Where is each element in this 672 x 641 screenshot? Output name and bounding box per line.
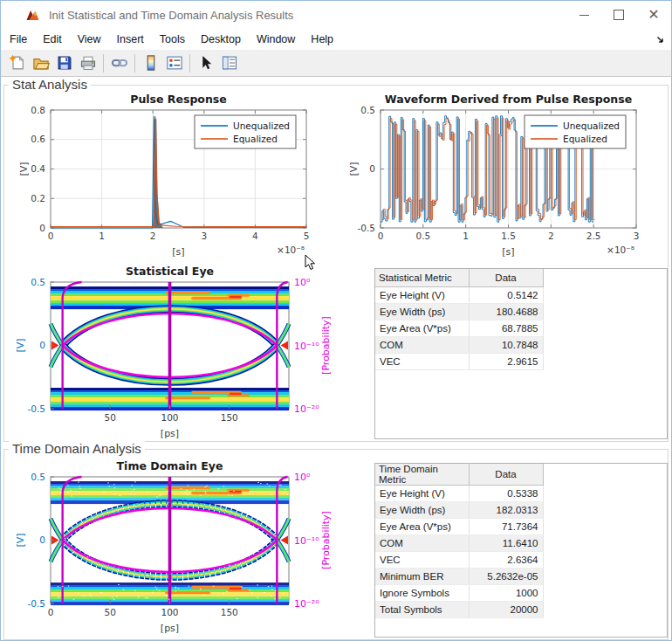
data-column-header[interactable]: Data [469,464,543,486]
svg-text:0: 0 [39,223,45,233]
svg-text:0.6: 0.6 [31,134,45,144]
metric-value-cell[interactable]: 20000 [469,602,543,618]
edit-plot-button[interactable] [194,52,217,74]
metric-value-cell[interactable]: 182.0313 [469,502,543,519]
menu-help[interactable]: Help [303,33,341,45]
window-title: Init Statistical and Time Domain Analysi… [49,9,293,22]
metric-name-cell[interactable]: Eye Height (V) [375,287,469,304]
svg-text:-0.5: -0.5 [28,403,46,414]
metric-name-cell[interactable]: Eye Height (V) [375,486,469,502]
menu-edit[interactable]: Edit [35,33,70,45]
menu-view[interactable]: View [70,33,109,45]
metric-value-cell[interactable]: 71.7364 [469,519,543,535]
svg-text:150: 150 [221,607,238,617]
metric-name-cell[interactable]: Minimum BER [375,569,469,585]
menu-file[interactable]: File [1,33,35,45]
statistical-metric-table[interactable]: Statistical MetricDataEye Height (V)0.51… [374,268,668,439]
svg-text:Pulse Response: Pulse Response [130,93,227,106]
save-icon [56,54,73,72]
toolbar-separator [134,54,135,72]
maximize-button[interactable] [601,1,636,29]
metric-name-cell[interactable]: Eye Area (V*ps) [375,320,469,337]
menu-tools[interactable]: Tools [152,33,193,45]
stat-analysis-title: Stat Analysis [9,77,91,92]
table-row: Eye Area (V*ps)71.7364 [375,519,543,535]
metric-name-cell[interactable]: VEC [375,354,469,370]
table-row: Eye Height (V)0.5338 [375,486,543,502]
property-inspector-icon [221,54,238,72]
menu-desktop[interactable]: Desktop [193,33,249,45]
new-figure-icon [9,54,26,72]
svg-text:1.5: 1.5 [501,231,516,241]
metric-value-cell[interactable]: 10.7848 [469,337,543,354]
metric-value-cell[interactable]: 180.4688 [469,304,543,320]
metric-value-cell[interactable]: 1000 [469,585,543,602]
svg-text:5: 5 [304,231,310,241]
time-domain-eye-chart: 0501001500.510⁰010⁻¹⁰-0.510⁻²⁰Time Domai… [8,456,338,636]
svg-text:10⁻¹⁰: 10⁻¹⁰ [294,535,319,547]
titlebar[interactable]: Init Statistical and Time Domain Analysi… [1,1,671,29]
table-row: Eye Area (V*ps)68.7885 [375,320,543,337]
metric-value-cell[interactable]: 2.9615 [469,354,543,370]
menu-window[interactable]: Window [249,33,303,45]
svg-text:0.8: 0.8 [31,105,45,115]
svg-text:2: 2 [548,231,554,241]
table-row: COM11.6410 [375,535,543,552]
metric-name-cell[interactable]: COM [375,337,469,354]
new-figure-button[interactable] [5,52,29,74]
svg-text:3: 3 [634,231,640,241]
table-row: Eye Height (V)0.5142 [375,287,543,304]
svg-text:1: 1 [463,231,469,241]
metric-value-cell[interactable]: 0.5142 [469,287,543,304]
link-plot-button[interactable] [107,52,131,74]
close-button[interactable]: ✕ [636,1,671,29]
svg-text:0: 0 [39,340,45,350]
svg-text:Equalized: Equalized [563,134,607,144]
minimize-button[interactable] [566,1,601,29]
insert-legend-button[interactable] [162,52,186,74]
metric-value-cell[interactable]: 0.5338 [469,486,543,502]
table-row: COM10.7848 [375,337,543,354]
svg-text:0: 0 [48,231,54,241]
metric-name-cell[interactable]: Eye Area (V*ps) [375,519,469,535]
insert-colorbar-button[interactable] [139,52,162,74]
svg-text:10⁻²⁰: 10⁻²⁰ [294,598,319,610]
print-figure-button[interactable] [76,52,99,74]
table-row: Eye Width (ps)180.4688 [375,304,543,320]
save-figure-button[interactable] [52,52,76,74]
metric-value-cell[interactable]: 68.7885 [469,320,543,337]
metric-name-cell[interactable]: COM [375,535,469,552]
dock-arrow-icon[interactable] [655,35,665,45]
time-domain-analysis-title: Time Domain Analysis [9,441,145,456]
svg-text:[Probability]: [Probability] [320,511,332,569]
metric-name-cell[interactable]: Ignore Symbols [375,585,469,602]
property-inspector-button[interactable] [217,52,241,74]
data-column-header[interactable]: Data [469,269,543,287]
svg-text:100: 100 [161,412,178,423]
link-icon [111,54,128,72]
svg-text:Waveform Derived from Pulse Re: Waveform Derived from Pulse Response [385,93,632,106]
metric-value-cell[interactable]: 11.6410 [469,535,543,552]
metric-value-cell[interactable]: 5.2632e-05 [469,569,543,585]
open-folder-icon [32,54,50,72]
metric-name-cell[interactable]: VEC [375,552,469,569]
svg-text:10⁻²⁰: 10⁻²⁰ [294,403,319,415]
metric-value-cell[interactable]: 2.6364 [469,552,543,569]
time-domain-metric-table[interactable]: Time Domain MetricDataEye Height (V)0.53… [374,463,668,638]
svg-text:1: 1 [99,231,105,241]
metric-name-cell[interactable]: Eye Width (ps) [375,502,469,519]
svg-text:0.5: 0.5 [415,231,430,241]
svg-text:0.4: 0.4 [31,163,45,174]
svg-text:[s]: [s] [172,246,184,258]
svg-text:[V]: [V] [348,162,360,176]
metric-name-cell[interactable]: Total Symbols [375,602,469,618]
matlab-icon [25,8,40,22]
open-file-button[interactable] [29,52,52,74]
legend-icon [166,54,183,72]
svg-text:0: 0 [378,231,384,241]
metric-name-cell[interactable]: Eye Width (ps) [375,304,469,320]
svg-text:2: 2 [150,231,156,241]
metric-column-header[interactable]: Statistical Metric [375,269,469,287]
metric-column-header[interactable]: Time Domain Metric [375,464,469,486]
menu-insert[interactable]: Insert [109,33,152,45]
